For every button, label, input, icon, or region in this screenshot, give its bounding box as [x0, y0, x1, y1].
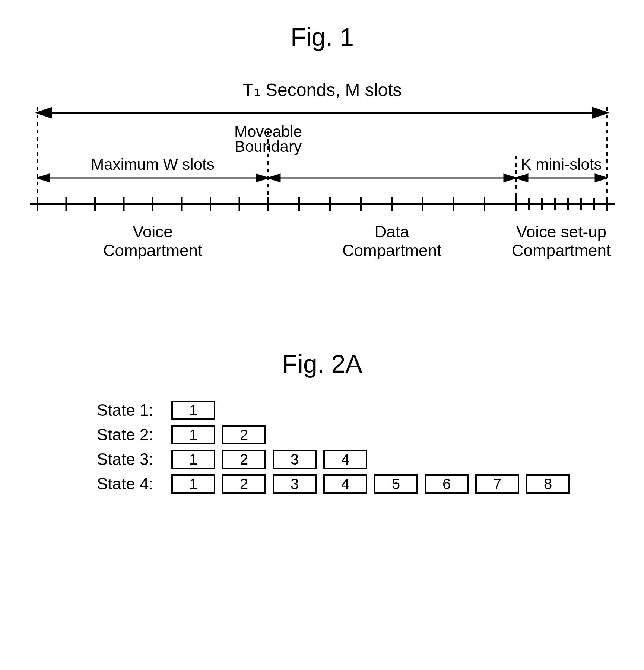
slot-box: 3 — [273, 474, 317, 494]
slot-box: 2 — [222, 425, 266, 444]
fig1-title: Fig. 1 — [15, 22, 629, 51]
svg-marker-14 — [516, 174, 528, 182]
fig1-comp3-line2: Compartment — [512, 241, 611, 259]
slot-box: 6 — [425, 474, 469, 494]
fig1-w-label: Maximum W slots — [91, 156, 214, 173]
fig2a-title: Fig. 2A — [15, 349, 629, 378]
state-label: State 3: — [97, 450, 171, 469]
state-row: State 1:1 — [97, 401, 629, 420]
slot-box: 3 — [273, 450, 317, 469]
slot-box: 1 — [171, 450, 215, 469]
slot-box: 4 — [323, 450, 367, 469]
svg-marker-11 — [268, 174, 280, 182]
state-label: State 1: — [97, 401, 171, 419]
state-row: State 2:12 — [97, 425, 629, 444]
slot-box: 1 — [171, 474, 215, 494]
fig1-k-label: K mini-slots — [521, 156, 602, 173]
fig1-comp3-line1: Voice set-up — [516, 223, 606, 241]
slot-box: 1 — [171, 425, 215, 444]
state-label: State 4: — [97, 475, 171, 493]
state-row: State 4:12345678 — [97, 474, 629, 494]
slot-box: 2 — [222, 450, 266, 469]
slot-box: 2 — [222, 474, 266, 494]
fig2a-diagram: State 1:1State 2:12State 3:1234State 4:1… — [15, 401, 629, 494]
fig1-boundary-label-line2: Boundary — [235, 138, 302, 155]
slot-box: 4 — [323, 474, 367, 494]
svg-marker-15 — [595, 174, 607, 182]
fig1-comp2-line1: Data — [375, 223, 409, 241]
state-row: State 3:1234 — [97, 450, 629, 469]
slot-box: 7 — [475, 474, 519, 494]
svg-marker-6 — [593, 108, 607, 118]
slot-box: 1 — [171, 401, 215, 420]
fig1-comp1-line1: Voice — [133, 223, 173, 241]
slot-box: 5 — [374, 474, 418, 494]
svg-marker-5 — [37, 108, 51, 118]
fig1-diagram: T₁ Seconds, M slots Moveable Boundary Ma… — [15, 74, 629, 282]
slot-box: 8 — [526, 474, 570, 494]
fig1-comp2-line2: Compartment — [342, 241, 442, 259]
fig1-comp1-line2: Compartment — [103, 241, 203, 259]
svg-marker-8 — [37, 174, 49, 182]
fig1-top-label: T₁ Seconds, M slots — [242, 80, 402, 100]
state-label: State 2: — [97, 425, 171, 444]
